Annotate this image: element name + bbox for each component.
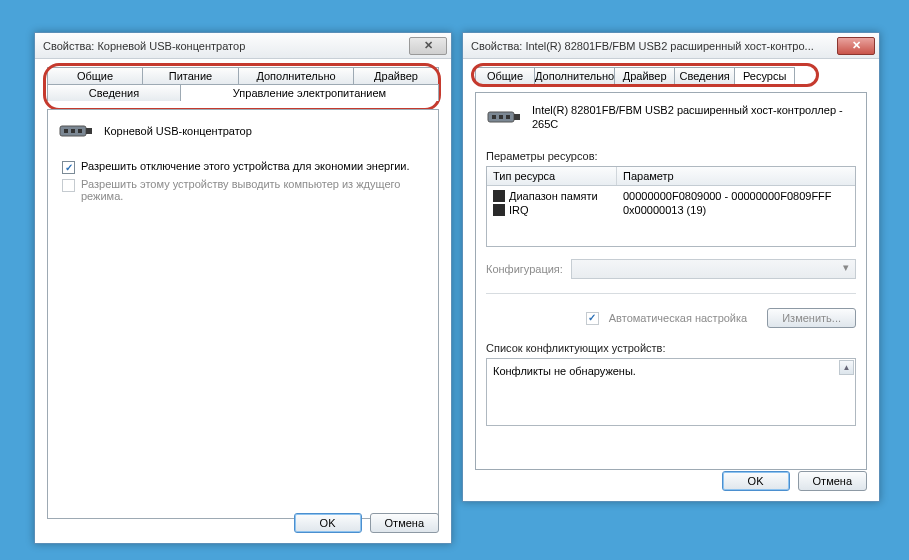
tab-advanced[interactable]: Дополнительно bbox=[239, 67, 354, 84]
svg-rect-1 bbox=[86, 128, 92, 134]
titlebar: Свойства: Корневой USB-концентратор ✕ bbox=[35, 33, 451, 59]
window-title: Свойства: Intel(R) 82801FB/FBM USB2 расш… bbox=[471, 40, 837, 52]
separator bbox=[486, 293, 856, 294]
close-button[interactable]: ✕ bbox=[409, 37, 447, 55]
ok-button[interactable]: OK bbox=[294, 513, 362, 533]
properties-window-right: Свойства: Intel(R) 82801FB/FBM USB2 расш… bbox=[462, 32, 880, 502]
column-header-param[interactable]: Параметр bbox=[617, 167, 855, 185]
cancel-button[interactable]: Отмена bbox=[798, 471, 867, 491]
irq-icon bbox=[493, 204, 505, 216]
tab-driver[interactable]: Драйвер bbox=[354, 67, 439, 84]
tab-general[interactable]: Общие bbox=[47, 67, 143, 84]
titlebar: Свойства: Intel(R) 82801FB/FBM USB2 расш… bbox=[463, 33, 879, 59]
checkbox-label: Разрешить этому устройству выводить комп… bbox=[81, 178, 428, 202]
svg-rect-7 bbox=[492, 115, 496, 119]
device-name: Корневой USB-концентратор bbox=[104, 125, 252, 137]
tab-power[interactable]: Питание bbox=[143, 67, 239, 84]
tab-advanced[interactable]: Дополнительно bbox=[535, 67, 615, 84]
config-dropdown bbox=[571, 259, 856, 279]
close-icon: ✕ bbox=[424, 39, 433, 52]
svg-rect-9 bbox=[506, 115, 510, 119]
resource-params-label: Пераметры ресурсов: bbox=[486, 150, 856, 162]
conflict-text: Конфликты не обнаружены. bbox=[493, 365, 636, 377]
table-row[interactable]: Диапазон памяти 00000000F0809000 - 00000… bbox=[487, 189, 855, 203]
svg-rect-2 bbox=[64, 129, 68, 133]
tab-details[interactable]: Сведения bbox=[47, 84, 181, 101]
close-button[interactable]: ✕ bbox=[837, 37, 875, 55]
column-header-type[interactable]: Тип ресурса bbox=[487, 167, 617, 185]
scroll-up-button[interactable]: ▲ bbox=[839, 360, 854, 375]
tab-details[interactable]: Сведения bbox=[675, 67, 735, 84]
window-title: Свойства: Корневой USB-концентратор bbox=[43, 40, 409, 52]
svg-rect-6 bbox=[514, 114, 520, 120]
conflict-label: Список конфликтующих устройств: bbox=[486, 342, 856, 354]
properties-window-left: Свойства: Корневой USB-концентратор ✕ Об… bbox=[34, 32, 452, 544]
tab-general[interactable]: Общие bbox=[475, 67, 535, 84]
checkbox-label: Разрешить отключение этого устройства дл… bbox=[81, 160, 410, 172]
svg-rect-8 bbox=[499, 115, 503, 119]
tab-panel: Intel(R) 82801FB/FBM USB2 расширенный хо… bbox=[475, 92, 867, 470]
config-label: Конфигурация: bbox=[486, 263, 563, 275]
tab-panel: Корневой USB-концентратор Разрешить откл… bbox=[47, 109, 439, 519]
checkbox-auto-config bbox=[586, 312, 599, 325]
svg-rect-4 bbox=[78, 129, 82, 133]
memory-icon bbox=[493, 190, 505, 202]
close-icon: ✕ bbox=[852, 39, 861, 52]
conflict-list: Конфликты не обнаружены. ▲ bbox=[486, 358, 856, 426]
ok-button[interactable]: OK bbox=[722, 471, 790, 491]
change-button: Изменить... bbox=[767, 308, 856, 328]
tab-driver[interactable]: Драйвер bbox=[615, 67, 675, 84]
tab-power-management[interactable]: Управление электропитанием bbox=[181, 84, 439, 101]
svg-rect-3 bbox=[71, 129, 75, 133]
checkbox-allow-wake bbox=[62, 179, 75, 192]
cancel-button[interactable]: Отмена bbox=[370, 513, 439, 533]
device-name: Intel(R) 82801FB/FBM USB2 расширенный хо… bbox=[532, 103, 856, 132]
auto-config-label: Автоматическая настройка bbox=[609, 312, 747, 324]
tab-resources[interactable]: Ресурсы bbox=[735, 67, 795, 84]
usb-controller-icon bbox=[486, 106, 522, 128]
table-row[interactable]: IRQ 0x00000013 (19) bbox=[487, 203, 855, 217]
usb-hub-icon bbox=[58, 120, 94, 142]
resources-table: Тип ресурса Параметр Диапазон памяти 000… bbox=[486, 166, 856, 247]
checkbox-allow-turnoff[interactable] bbox=[62, 161, 75, 174]
